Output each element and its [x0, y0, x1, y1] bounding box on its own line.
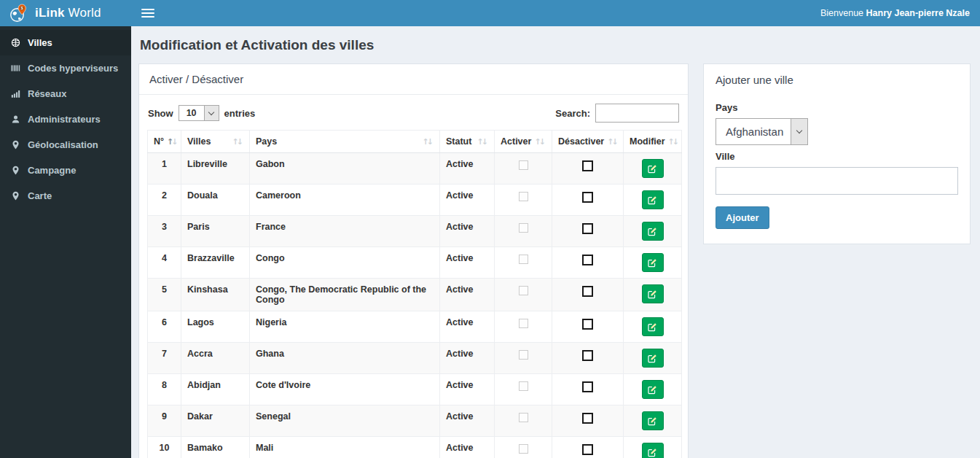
row-statut: Active: [440, 279, 495, 311]
row-ville: Douala: [181, 185, 250, 216]
desactiver-checkbox[interactable]: [582, 192, 593, 203]
main-content: Modification et Activation des villes Ac…: [131, 26, 980, 458]
modifier-button[interactable]: [642, 411, 664, 430]
activer-checkbox[interactable]: [519, 350, 528, 360]
row-pays: France: [250, 216, 440, 247]
modifier-button[interactable]: [642, 349, 664, 368]
sidebar-item-codes-hyperviseurs[interactable]: Codes hyperviseurs: [0, 55, 131, 81]
desactiver-checkbox[interactable]: [582, 444, 593, 455]
sidebar-item-campagne[interactable]: Campagne: [0, 158, 131, 183]
sort-icon: ↑↓: [535, 137, 546, 147]
desactiver-checkbox[interactable]: [582, 319, 593, 330]
edit-pencil-square-icon: [648, 227, 657, 236]
ville-label: Ville: [716, 151, 958, 162]
activer-checkbox[interactable]: [519, 192, 528, 201]
edit-pencil-square-icon: [648, 448, 657, 457]
welcome-message: Bienvenue Hanry Jean-pierre Nzale: [820, 8, 970, 18]
sidebar: Villes Codes hyperviseurs Réseaux Admini…: [0, 26, 131, 458]
row-statut: Active: [440, 437, 495, 458]
row-statut: Active: [440, 216, 495, 247]
brand-logo-area[interactable]: $ iLink World: [0, 0, 131, 26]
desactiver-checkbox[interactable]: [582, 255, 593, 265]
sidebar-item-carte[interactable]: Carte: [0, 183, 131, 209]
sidebar-item-geolocalisation[interactable]: Géolocalisation: [0, 132, 131, 158]
row-pays: Gabon: [250, 153, 440, 185]
activer-checkbox[interactable]: [519, 381, 528, 391]
sidebar-toggle-icon[interactable]: [141, 9, 154, 18]
desactiver-checkbox[interactable]: [582, 413, 593, 424]
row-pays: Senegal: [250, 405, 440, 437]
map-marker-icon: [11, 140, 20, 150]
column-header-villes[interactable]: Villes↑↓: [181, 131, 250, 153]
villes-table: N°↑↓ Villes↑↓ Pays↑↓ Statut↑↓ Activer↑↓ …: [147, 130, 682, 458]
table-row: 6 Lagos Nigeria Active: [148, 311, 682, 343]
row-pays: Congo: [250, 247, 440, 279]
column-header-activer[interactable]: Activer↑↓: [495, 131, 552, 153]
table-row: 5 Kinshasa Congo, The Democratic Republi…: [148, 279, 682, 311]
row-number: 4: [148, 247, 181, 279]
sidebar-item-administrateurs[interactable]: Administrateurs: [0, 106, 131, 132]
modifier-button[interactable]: [642, 284, 664, 303]
modifier-button[interactable]: [642, 222, 664, 241]
modifier-button[interactable]: [642, 159, 664, 178]
row-number: 7: [148, 343, 181, 374]
activer-checkbox[interactable]: [519, 444, 528, 454]
barcode-icon: [11, 63, 20, 73]
sort-icon: ↑↓: [668, 137, 679, 147]
activer-checkbox[interactable]: [519, 413, 528, 422]
activer-checkbox[interactable]: [519, 223, 528, 233]
column-header-num[interactable]: N°↑↓: [148, 131, 181, 153]
ajouter-button[interactable]: Ajouter: [716, 206, 769, 229]
row-number: 1: [148, 153, 181, 185]
row-number: 2: [148, 185, 181, 216]
ville-input[interactable]: [716, 167, 958, 195]
activer-checkbox[interactable]: [519, 255, 528, 264]
row-ville: Accra: [181, 343, 250, 374]
desactiver-checkbox[interactable]: [582, 350, 593, 361]
svg-text:$: $: [21, 6, 23, 10]
edit-pencil-square-icon: [648, 164, 657, 174]
desactiver-checkbox[interactable]: [582, 381, 593, 392]
table-row: 3 Paris France Active: [148, 216, 682, 247]
column-header-statut[interactable]: Statut↑↓: [440, 131, 495, 153]
entries-select[interactable]: 10: [179, 105, 219, 121]
row-pays: Ghana: [250, 343, 440, 374]
modifier-button[interactable]: [642, 190, 664, 209]
row-ville: Kinshasa: [181, 279, 250, 311]
table-length-control: Show 10 entries: [148, 105, 255, 121]
sort-icon: ↑↓: [167, 137, 178, 147]
row-statut: Active: [440, 311, 495, 343]
column-header-modifier[interactable]: Modifier↑↓: [624, 131, 682, 153]
row-pays: Cote d'Ivoire: [250, 374, 440, 405]
row-ville: Libreville: [181, 153, 250, 185]
sort-icon: ↑↓: [477, 137, 488, 147]
navbar: Bienvenue Hanry Jean-pierre Nzale: [131, 0, 980, 26]
activer-checkbox[interactable]: [519, 286, 528, 295]
sidebar-item-villes[interactable]: Villes: [0, 30, 131, 55]
page-title: Modification et Activation des villes: [140, 37, 971, 53]
edit-pencil-square-icon: [648, 385, 657, 395]
panel-title: Ajouter une ville: [716, 74, 958, 96]
sidebar-item-reseaux[interactable]: Réseaux: [0, 81, 131, 106]
column-header-pays[interactable]: Pays↑↓: [250, 131, 440, 153]
activer-checkbox[interactable]: [519, 319, 528, 328]
modifier-button[interactable]: [642, 380, 664, 399]
modifier-button[interactable]: [642, 253, 664, 272]
row-number: 10: [148, 437, 181, 458]
sort-icon: ↑↓: [423, 137, 434, 147]
activer-checkbox[interactable]: [519, 160, 528, 170]
modifier-button[interactable]: [642, 317, 664, 336]
row-number: 9: [148, 405, 181, 437]
desactiver-checkbox[interactable]: [582, 286, 593, 297]
desactiver-checkbox[interactable]: [582, 223, 593, 234]
globe-pin-logo-icon: $: [9, 4, 28, 23]
row-statut: Active: [440, 405, 495, 437]
modifier-button[interactable]: [642, 443, 664, 458]
desactiver-checkbox[interactable]: [582, 160, 593, 171]
column-header-desactiver[interactable]: Désactiver↑↓: [552, 131, 624, 153]
pays-select[interactable]: Afghanistan: [716, 118, 808, 145]
search-input[interactable]: [595, 104, 679, 123]
chevron-down-icon: [204, 106, 219, 120]
ajouter-ville-panel: Ajouter une ville Pays Afghanistan Ville…: [703, 63, 971, 244]
brand-title: iLink World: [35, 6, 101, 20]
